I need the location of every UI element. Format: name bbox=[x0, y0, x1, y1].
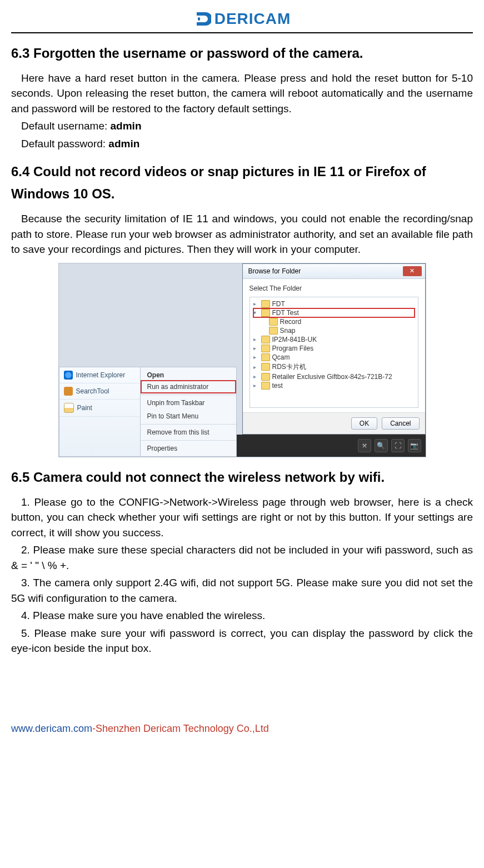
taskbar-label: SearchTool bbox=[76, 387, 109, 395]
folder-icon bbox=[261, 382, 270, 390]
tree-node[interactable]: Qcam bbox=[272, 353, 290, 361]
para-6-5-1: 1. Please go to the CONFIG->Network->Wir… bbox=[11, 495, 473, 541]
taskbar-item-paint[interactable]: Paint bbox=[59, 400, 140, 417]
folder-icon bbox=[269, 318, 278, 326]
footer-url: www.dericam.com bbox=[11, 723, 92, 734]
folder-icon bbox=[261, 353, 270, 361]
heading-6-3: 6.3 Forgotten the username or password o… bbox=[11, 42, 473, 65]
default-username-value: admin bbox=[111, 120, 142, 132]
default-username-label: Default username: bbox=[21, 120, 111, 132]
page-footer: www.dericam.com-Shenzhen Dericam Technol… bbox=[11, 723, 473, 735]
dialog-title: Browse for Folder bbox=[248, 267, 301, 275]
ptz-icon[interactable]: ⤧ bbox=[358, 439, 371, 452]
header-bar: DERICAM bbox=[11, 10, 473, 33]
para-6-4-body: Because the security limitation of IE 11… bbox=[11, 211, 473, 257]
folder-icon bbox=[261, 363, 270, 371]
folder-icon bbox=[261, 373, 270, 381]
ok-button[interactable]: OK bbox=[351, 417, 377, 430]
cancel-button[interactable]: Cancel bbox=[382, 417, 419, 430]
para-6-3-body: Here have a hard reset button in the cam… bbox=[11, 71, 473, 117]
tree-node[interactable]: Retailer Exclusive Giftbox-842s-721B-72 bbox=[272, 373, 392, 381]
default-password-line: Default password: admin bbox=[11, 136, 473, 152]
context-pin-start[interactable]: Pin to Start Menu bbox=[141, 410, 236, 423]
default-username-line: Default username: admin bbox=[11, 118, 473, 134]
default-password-label: Default password: bbox=[21, 138, 108, 149]
context-properties[interactable]: Properties bbox=[141, 442, 236, 455]
zoom-icon[interactable]: 🔍 bbox=[375, 439, 388, 452]
fullscreen-icon[interactable]: ⛶ bbox=[391, 439, 405, 452]
brand-name: DERICAM bbox=[214, 10, 291, 28]
taskbar-item-ie[interactable]: Internet Explorer bbox=[59, 367, 140, 383]
brand-logo: DERICAM bbox=[193, 10, 291, 28]
video-controls-strip: ⤧ 🔍 ⛶ 📷 bbox=[237, 435, 426, 457]
footer-company: Shenzhen Dericam Technology Co.,Ltd bbox=[96, 723, 269, 734]
heading-6-5: 6.5 Camera could not connect the wireles… bbox=[11, 466, 473, 489]
default-password-value: admin bbox=[108, 138, 139, 149]
tree-node[interactable]: RDS卡片机 bbox=[272, 362, 306, 372]
folder-tree[interactable]: ▸FDT ▾FDT Test Record Snap ▸IP2M-841B-UK… bbox=[250, 297, 418, 408]
context-open[interactable]: Open bbox=[141, 368, 236, 380]
tree-node[interactable]: FDT bbox=[272, 300, 285, 308]
svg-rect-0 bbox=[198, 17, 200, 21]
folder-icon bbox=[261, 300, 270, 308]
taskbar-label: Paint bbox=[77, 404, 92, 412]
context-menu: Open Run as administrator Unpin from Tas… bbox=[141, 367, 237, 457]
para-6-5-3: 3. The camera only support 2.4G wifi, di… bbox=[11, 575, 473, 606]
context-unpin[interactable]: Unpin from Taskbar bbox=[141, 396, 236, 410]
search-icon bbox=[64, 387, 73, 396]
ie-icon bbox=[64, 371, 73, 380]
illustration-composite: Internet Explorer SearchTool Paint Open … bbox=[58, 263, 426, 457]
heading-6-4: 6.4 Could not record videos or snap pict… bbox=[11, 161, 473, 206]
context-run-as-admin[interactable]: Run as administrator bbox=[141, 380, 236, 393]
browse-folder-dialog: Browse for Folder ✕ Select The Folder ▸F… bbox=[242, 263, 426, 435]
dialog-instruction: Select The Folder bbox=[250, 285, 418, 292]
folder-icon bbox=[261, 336, 270, 343]
para-6-5-2: 2. Please make sure these special charac… bbox=[11, 542, 473, 573]
folder-icon bbox=[261, 345, 270, 352]
paint-icon bbox=[64, 403, 74, 413]
tree-node[interactable]: test bbox=[272, 382, 283, 390]
para-6-5-4: 4. Please make sure you have enabled the… bbox=[11, 608, 473, 623]
shield-icon bbox=[193, 10, 211, 28]
taskbar-item-searchtool[interactable]: SearchTool bbox=[59, 383, 140, 400]
para-6-5-5: 5. Please make sure your wifi password i… bbox=[11, 626, 473, 656]
snapshot-icon[interactable]: 📷 bbox=[408, 439, 421, 452]
folder-icon bbox=[269, 327, 278, 335]
folder-icon bbox=[261, 309, 270, 317]
tree-node[interactable]: IP2M-841B-UK bbox=[272, 336, 317, 343]
tree-node[interactable]: Program Files bbox=[272, 345, 314, 352]
taskbar-pinned-list: Internet Explorer SearchTool Paint bbox=[59, 367, 141, 457]
tree-node[interactable]: Record bbox=[280, 318, 302, 326]
taskbar-label: Internet Explorer bbox=[76, 371, 126, 379]
context-remove[interactable]: Remove from this list bbox=[141, 426, 236, 439]
tree-node[interactable]: FDT Test bbox=[272, 309, 299, 317]
tree-node[interactable]: Snap bbox=[280, 327, 296, 335]
close-icon[interactable]: ✕ bbox=[403, 266, 422, 276]
